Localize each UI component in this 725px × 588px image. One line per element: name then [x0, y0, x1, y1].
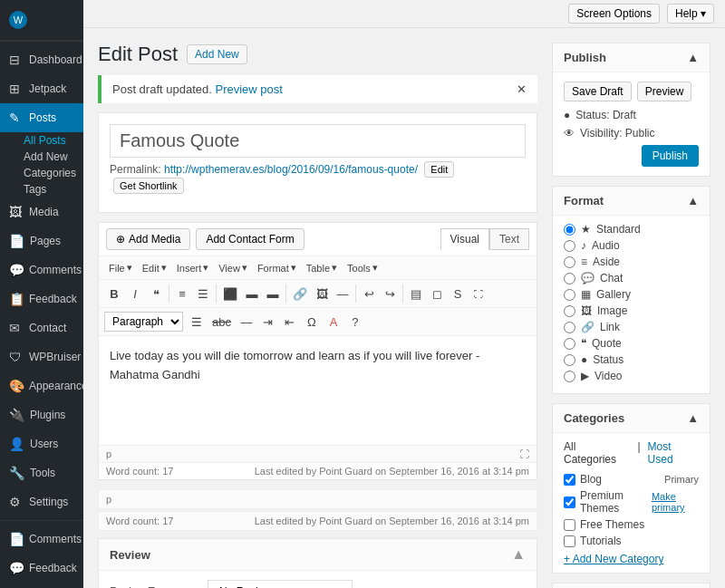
expand-icon[interactable]: ⛶: [519, 448, 529, 459]
hr-btn[interactable]: —: [237, 311, 256, 333]
sidebar-item-dashboard[interactable]: ⊟ Dashboard: [0, 45, 83, 74]
unordered-list-button[interactable]: ≡: [172, 283, 192, 304]
tools-menu[interactable]: Tools ▾: [343, 259, 382, 276]
format-link-radio[interactable]: [564, 322, 575, 333]
review-toggle-icon[interactable]: ▲: [511, 546, 526, 563]
most-used-tab[interactable]: Most Used: [648, 440, 699, 466]
paragraph-select[interactable]: Paragraph: [104, 312, 183, 332]
categories-toggle-icon[interactable]: ▲: [687, 411, 699, 425]
format-aside-radio[interactable]: [564, 256, 575, 268]
editor-content[interactable]: Live today as you will die tomorrow and …: [99, 336, 536, 445]
cat-blog-checkbox[interactable]: [564, 474, 575, 486]
special-char-btn[interactable]: Ω: [302, 311, 322, 333]
sidebar-item-feedback[interactable]: 📋 Feedback: [0, 284, 83, 313]
help-button[interactable]: Help ▾: [667, 4, 714, 24]
permalink-url[interactable]: http://wpthemerav.es/blog/2016/09/16/fam…: [164, 163, 418, 176]
make-primary-link[interactable]: Make primary: [652, 491, 699, 513]
help-btn[interactable]: ?: [345, 311, 365, 333]
align-right-button[interactable]: ▬: [263, 283, 283, 304]
screen-options-button[interactable]: Screen Options: [568, 4, 660, 24]
review-box-header[interactable]: Review ▲: [99, 539, 536, 571]
add-new-button[interactable]: Add New: [187, 44, 247, 64]
dismiss-icon[interactable]: ✕: [517, 82, 527, 96]
cat-tutorials-checkbox[interactable]: [564, 535, 575, 547]
preview-button[interactable]: Preview: [637, 82, 692, 101]
color-btn[interactable]: A: [324, 311, 343, 333]
view-menu[interactable]: View ▾: [214, 259, 252, 276]
sidebar-item-label: Comments: [29, 264, 82, 276]
sidebar-sub-add-new[interactable]: Add New: [0, 149, 83, 165]
visual-tab[interactable]: Visual: [440, 228, 489, 250]
publish-button[interactable]: Publish: [642, 145, 699, 167]
indent-btn[interactable]: ⇥: [258, 311, 278, 333]
format-status-radio[interactable]: [564, 354, 575, 366]
sidebar-item-comments[interactable]: 💬 Comments: [0, 255, 83, 284]
align-left-button[interactable]: ⬛: [219, 283, 241, 304]
cat-premium-themes-checkbox[interactable]: [564, 496, 575, 508]
p-align-btn[interactable]: ☰: [187, 311, 207, 333]
italic-button[interactable]: I: [125, 283, 145, 304]
align-center-button[interactable]: ▬: [242, 283, 262, 304]
status-icon: ●: [564, 109, 570, 121]
sidebar-sub-all-posts[interactable]: All Posts: [0, 132, 83, 149]
sidebar-item-jetpack[interactable]: ⊞ Jetpack: [0, 74, 83, 103]
sidebar-item-pages2[interactable]: 📄 Comments: [0, 525, 83, 554]
sidebar-item-appearance[interactable]: 🎨 Appearance: [0, 371, 83, 400]
edit-menu[interactable]: Edit ▾: [138, 259, 171, 276]
sidebar-item-plugins[interactable]: 🔌 Plugins: [0, 400, 83, 429]
sidebar-item-feedback2[interactable]: 📋 Contact: [0, 583, 83, 588]
blockquote-button[interactable]: ❝: [146, 283, 166, 304]
review-type-select[interactable]: No Review: [208, 580, 353, 588]
sidebar-item-settings[interactable]: ⚙ Settings: [0, 487, 83, 516]
format-menu[interactable]: Format ▾: [253, 259, 301, 276]
sidebar-item-wpbruiser[interactable]: 🛡 WPBruiser: [0, 342, 83, 371]
sidebar-sub-categories[interactable]: Categories: [0, 165, 83, 181]
strikethrough-btn[interactable]: abc: [208, 311, 235, 333]
style-button[interactable]: ◻: [427, 283, 447, 304]
sidebar-item-label: Media: [29, 206, 59, 218]
redo-button[interactable]: ↪: [380, 283, 400, 304]
format-audio-radio[interactable]: [564, 240, 575, 252]
sidebar-item-media[interactable]: 🖼 Media: [0, 198, 83, 227]
sidebar-item-comments2[interactable]: 💬 Feedback: [0, 554, 83, 583]
format-image-radio[interactable]: [564, 305, 575, 317]
more-button[interactable]: —: [333, 283, 353, 304]
insert-menu[interactable]: Insert ▾: [172, 259, 214, 276]
sidebar-item-contact[interactable]: ✉ Contact: [0, 313, 83, 342]
text-tab[interactable]: Text: [489, 228, 529, 250]
spellcheck-button[interactable]: S: [448, 283, 468, 304]
add-contact-form-button[interactable]: Add Contact Form: [196, 228, 304, 250]
image-button[interactable]: 🖼: [312, 283, 332, 304]
table-menu[interactable]: Table ▾: [302, 259, 342, 276]
all-categories-tab[interactable]: All Categories: [564, 440, 630, 466]
format-video-radio[interactable]: [564, 371, 575, 382]
post-title-input[interactable]: [110, 124, 526, 158]
bold-button[interactable]: B: [104, 283, 124, 304]
add-new-category-link[interactable]: + Add New Category: [564, 553, 699, 565]
format-chat-radio[interactable]: [564, 273, 575, 284]
sidebar-item-users[interactable]: 👤 Users: [0, 429, 83, 458]
sidebar-item-label: Users: [30, 438, 58, 450]
fullscreen-button[interactable]: ⛶: [469, 283, 488, 304]
sidebar-item-pages[interactable]: 📄 Pages: [0, 227, 83, 255]
format2-button[interactable]: ▤: [406, 283, 426, 304]
format-quote-radio[interactable]: [564, 338, 575, 350]
format-gallery-radio[interactable]: [564, 289, 575, 301]
undo-button[interactable]: ↩: [359, 283, 379, 304]
edit-permalink-button[interactable]: Edit: [424, 161, 454, 178]
format-toggle-icon[interactable]: ▲: [687, 194, 699, 207]
cat-free-themes-checkbox[interactable]: [564, 519, 575, 531]
file-menu[interactable]: File ▾: [104, 259, 137, 276]
link-button[interactable]: 🔗: [289, 283, 311, 304]
preview-post-link[interactable]: Preview post: [215, 82, 282, 96]
format-standard-radio[interactable]: [564, 224, 575, 236]
sidebar-sub-tags[interactable]: Tags: [0, 181, 83, 198]
add-media-button[interactable]: ⊕ Add Media: [106, 228, 190, 250]
sidebar-item-tools[interactable]: 🔧 Tools: [0, 458, 83, 487]
outdent-btn[interactable]: ⇤: [280, 311, 300, 333]
sidebar-item-posts[interactable]: ✎ Posts: [0, 103, 83, 132]
save-draft-button[interactable]: Save Draft: [564, 82, 632, 101]
ordered-list-button[interactable]: ☰: [193, 283, 213, 304]
get-shortlink-button[interactable]: Get Shortlink: [113, 178, 184, 194]
publish-toggle-icon[interactable]: ▲: [687, 51, 699, 64]
